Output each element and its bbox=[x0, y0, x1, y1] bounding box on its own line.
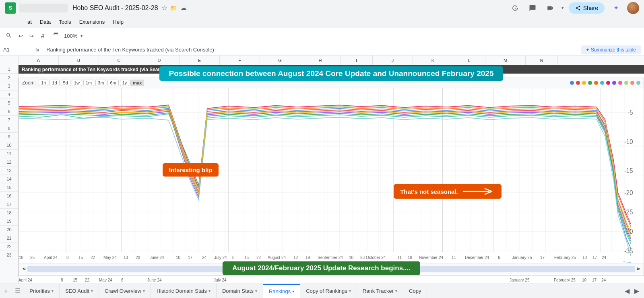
x-label-18: 18 bbox=[19, 255, 23, 260]
bottom-annotation-text: August 2024/February 2025 Update Researc… bbox=[232, 264, 411, 272]
toolbar: ↩ ↪ 🖨 100% ▾ bbox=[0, 28, 644, 44]
col-header-n: N bbox=[526, 55, 558, 65]
tab-historic-domain-stats[interactable]: Historic Domain Stats ▾ bbox=[151, 284, 217, 298]
blip-text: Interesting blip bbox=[169, 166, 213, 173]
row-num-20: 20 bbox=[0, 226, 18, 234]
zoom-level[interactable]: 100% bbox=[62, 33, 79, 39]
seasonal-box: That's not seasonal. bbox=[394, 184, 502, 199]
x-label-june24: June 24 bbox=[150, 255, 164, 260]
tab-copy-of-rankings-arrow: ▾ bbox=[349, 289, 351, 293]
sheet-menu-button[interactable]: ☰ bbox=[12, 284, 24, 298]
row-21-labels: April 24 8 15 22 May 24 6 June 24 July 2… bbox=[19, 276, 644, 284]
comment-icon[interactable] bbox=[526, 2, 539, 14]
legend-dot-3 bbox=[582, 81, 586, 85]
history-icon[interactable] bbox=[508, 2, 521, 14]
chart-overlay[interactable]: Possible connection between August 2024 … bbox=[19, 74, 644, 284]
undo-btn[interactable]: ↩ bbox=[16, 31, 25, 41]
tab-copy-of-rankings-label: Copy of Rankings bbox=[306, 288, 347, 294]
x-label-sep24: September 24 bbox=[318, 255, 343, 260]
share-label: Share bbox=[583, 5, 598, 11]
tab-seo-audit[interactable]: SEO Audit ▾ bbox=[60, 284, 99, 298]
col-header-e: E bbox=[180, 55, 220, 65]
tab-copy[interactable]: Copy bbox=[403, 284, 427, 298]
star-icon[interactable]: ☆ bbox=[161, 4, 167, 12]
row-num-23: 23 bbox=[0, 251, 18, 259]
corner-cell bbox=[0, 55, 19, 65]
x-label-17c: 17 bbox=[592, 255, 597, 260]
print-btn[interactable]: 🖨 bbox=[38, 31, 48, 41]
menu-help[interactable]: Help bbox=[109, 17, 127, 27]
x-label-15b: 15 bbox=[244, 255, 249, 260]
search-btn[interactable] bbox=[3, 31, 14, 41]
cell-reference[interactable]: A1 bbox=[0, 47, 32, 53]
x-label-20: 20 bbox=[136, 255, 140, 260]
tab-nav-left[interactable]: ◀ bbox=[623, 286, 631, 296]
bottom-22: 22 bbox=[85, 278, 89, 282]
seasonal-annotation: That's not seasonal. bbox=[394, 184, 502, 199]
cloud-icon[interactable]: ☁ bbox=[180, 4, 187, 12]
gemini-icon[interactable]: ✦ bbox=[609, 2, 622, 14]
tab-priorities-label: Priorities bbox=[29, 288, 50, 294]
blip-box: Interesting blip bbox=[163, 163, 219, 177]
x-label-22: 22 bbox=[91, 255, 95, 260]
row-num-12: 12 bbox=[0, 158, 18, 166]
top-annotation-container: Possible connection between August 2024 … bbox=[19, 66, 644, 81]
legend-dot-4 bbox=[588, 81, 592, 85]
summarize-button[interactable]: ✦ Summarize this table bbox=[581, 45, 641, 54]
bottom-15: 15 bbox=[73, 278, 77, 282]
zoom-dropdown-arrow[interactable]: ▾ bbox=[80, 33, 83, 39]
google-sheets-logo: S bbox=[5, 2, 16, 14]
tab-rankings[interactable]: Rankings ▾ bbox=[263, 284, 300, 298]
row-numbers-column: 1 2 3 4 5 6 7 8 9 10 11 12 13 14 15 16 1… bbox=[0, 65, 19, 284]
share-button[interactable]: Share bbox=[569, 2, 605, 14]
folder-icon[interactable]: 📁 bbox=[170, 5, 177, 11]
fx-icon: fx bbox=[32, 47, 43, 53]
tab-crawl-overview[interactable]: Crawl Overview ▾ bbox=[99, 284, 151, 298]
tab-copy-label: Copy bbox=[409, 288, 421, 294]
formula-content: Ranking performance of the Ten Keywords … bbox=[43, 47, 580, 53]
legend-dot-7 bbox=[606, 81, 610, 85]
bottom-july24-label: July 24 bbox=[214, 278, 227, 282]
tab-copy-of-rankings[interactable]: Copy of Rankings ▾ bbox=[300, 284, 357, 298]
x-label-11b: 11 bbox=[452, 255, 456, 260]
spreadsheet-wrapper: A B C D E F G H I J K L M N 1 2 3 4 5 6 … bbox=[0, 55, 644, 284]
chart-scroll-right[interactable]: ⊳ bbox=[637, 266, 640, 271]
row-num-17: 17 bbox=[0, 200, 18, 209]
menu-format[interactable]: at bbox=[24, 17, 35, 27]
blip-annotation: Interesting blip bbox=[163, 163, 219, 177]
menu-data[interactable]: Data bbox=[37, 17, 54, 27]
x-label-10c: 10 bbox=[349, 255, 353, 260]
x-label-17: 17 bbox=[188, 255, 192, 260]
menu-extensions[interactable]: Extensions bbox=[76, 17, 108, 27]
col-header-a: A bbox=[19, 55, 59, 65]
tab-rankings-arrow: ▾ bbox=[292, 289, 294, 294]
add-sheet-button[interactable]: + bbox=[0, 284, 12, 298]
menu-tools[interactable]: Tools bbox=[56, 17, 74, 27]
legend-dot-8 bbox=[612, 81, 616, 85]
x-label-oct24: 23 October 24 bbox=[360, 255, 386, 260]
user-avatar[interactable] bbox=[627, 2, 639, 14]
tab-domain-stats[interactable]: Domain Stats ▾ bbox=[217, 284, 263, 298]
tab-priorities[interactable]: Priorities ▾ bbox=[24, 284, 60, 298]
tab-nav-right[interactable]: ▶ bbox=[633, 286, 641, 296]
paint-format-btn[interactable] bbox=[50, 31, 61, 41]
chart-scroll-left[interactable]: ⊲ bbox=[22, 266, 26, 271]
row-num-18: 18 bbox=[0, 209, 18, 217]
legend-dot-1 bbox=[570, 81, 574, 85]
col-header-m: M bbox=[485, 55, 526, 65]
tab-seo-audit-label: SEO Audit bbox=[65, 288, 89, 294]
row-num-22: 22 bbox=[0, 243, 18, 251]
legend-dot-2 bbox=[576, 81, 580, 85]
x-label-12: 12 bbox=[293, 255, 298, 260]
redo-btn[interactable]: ↪ bbox=[27, 31, 36, 41]
x-label-8: 8 bbox=[66, 255, 69, 260]
bottom-feb25: February 25 bbox=[554, 278, 576, 282]
tab-historic-domain-stats-label: Historic Domain Stats bbox=[157, 288, 207, 294]
meet-arrow: ▾ bbox=[561, 5, 564, 10]
meet-icon[interactable] bbox=[544, 2, 557, 14]
x-label-may24: May 24 bbox=[103, 255, 117, 260]
tab-rank-tracker[interactable]: Rank Tracker ▾ bbox=[357, 284, 403, 298]
zoom-label: Zoom: bbox=[22, 80, 36, 86]
row-num-15: 15 bbox=[0, 183, 18, 192]
tab-rank-tracker-label: Rank Tracker bbox=[363, 288, 394, 294]
